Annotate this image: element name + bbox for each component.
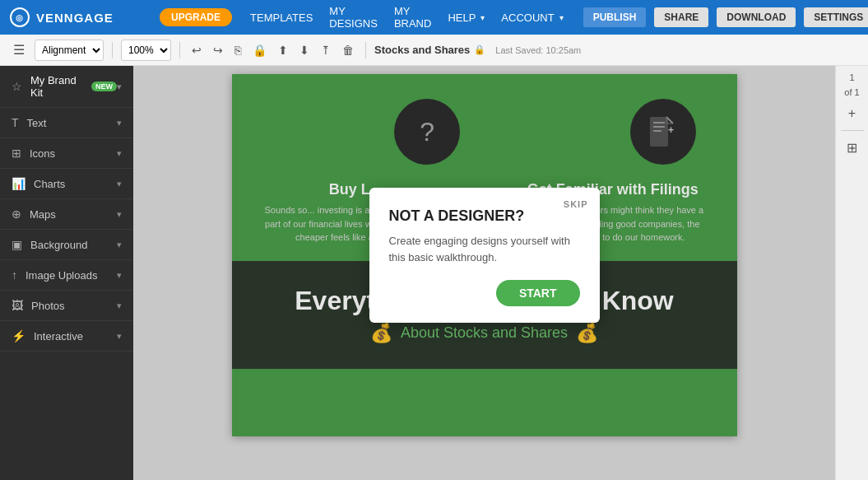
sidebar-label-image-uploads: Image Uploads [26, 269, 97, 282]
page-number: 1 [849, 72, 854, 82]
sidebar-item-background[interactable]: ▣ Background ▾ [0, 230, 133, 260]
my-designs-link[interactable]: MY DESIGNS [329, 5, 378, 30]
settings-button[interactable]: SETTINGS [804, 7, 868, 27]
zoom-select[interactable]: 100% [121, 40, 171, 61]
document-title: Stocks and Shares 🔒 [374, 44, 485, 56]
icons-arrow: ▾ [117, 148, 122, 159]
image-uploads-arrow: ▾ [117, 270, 122, 281]
download-button[interactable]: DOWNLOAD [717, 7, 796, 27]
background-icon: ▣ [12, 238, 22, 251]
sidebar-label-interactive: Interactive [34, 330, 83, 343]
add-page-button[interactable]: + [841, 102, 864, 125]
modal-title: NOT A DESIGNER? [389, 207, 580, 225]
right-panel: 1 of 1 + ⊞ [835, 66, 868, 480]
sidebar-label-photos: Photos [31, 300, 64, 312]
canvas-area[interactable]: ? + Buy [133, 66, 835, 480]
walkthrough-modal: SKIP NOT A DESIGNER? Create engaging des… [369, 188, 600, 323]
sidebar-item-text[interactable]: T Text ▾ [0, 108, 133, 138]
sidebar-label-background: Background [30, 239, 87, 251]
icons-icon: ⊞ [12, 147, 21, 160]
top-navigation: ◎ VENNGAGE UPGRADE TEMPLATES MY DESIGNS … [0, 0, 868, 35]
sidebar-item-my-brand-kit[interactable]: ☆ My Brand Kit NEW ▾ [0, 66, 133, 108]
page-total: of 1 [844, 87, 859, 97]
modal-text: Create engaging designs yourself with th… [389, 233, 580, 265]
photos-arrow: ▾ [117, 301, 122, 311]
brand-kit-arrow: ▾ [117, 82, 122, 92]
logo: ◎ VENNGAGE [10, 7, 142, 27]
text-icon: T [12, 116, 19, 129]
arrange-up-button[interactable]: ⬆ [275, 42, 291, 58]
canvas-document: ? + Buy [232, 74, 737, 436]
arrange-top-button[interactable]: ⤒ [318, 42, 334, 58]
toolbar-divider-1 [112, 42, 113, 58]
modal-overlay: SKIP NOT A DESIGNER? Create engaging des… [232, 74, 737, 436]
sidebar-label-icons: Icons [30, 147, 55, 160]
help-link[interactable]: HELP [448, 12, 485, 24]
grid-icon: ⊞ [847, 140, 857, 156]
menu-toggle-button[interactable]: ☰ [8, 40, 30, 59]
sidebar-item-interactive[interactable]: ⚡ Interactive ▾ [0, 321, 133, 352]
photos-icon: 🖼 [12, 299, 23, 312]
logo-icon: ◎ [10, 7, 30, 27]
publish-button[interactable]: PUBLISH [583, 7, 647, 27]
last-saved-text: Last Saved: 10:25am [495, 45, 581, 55]
toolbar-divider-2 [179, 42, 180, 58]
redo-button[interactable]: ↪ [210, 42, 226, 58]
interactive-arrow: ▾ [117, 331, 122, 342]
maps-arrow: ▾ [117, 209, 122, 220]
modal-start-button[interactable]: START [496, 280, 580, 306]
sidebar-item-image-uploads[interactable]: ↑ Image Uploads ▾ [0, 260, 133, 291]
charts-arrow: ▾ [117, 179, 122, 189]
right-panel-divider [841, 130, 864, 131]
lock-button[interactable]: 🔒 [249, 42, 270, 58]
copy-button[interactable]: ⎘ [231, 42, 244, 58]
grid-view-button[interactable]: ⊞ [841, 136, 864, 159]
nav-actions: PUBLISH SHARE DOWNLOAD SETTINGS [583, 7, 868, 27]
sidebar: ☆ My Brand Kit NEW ▾ T Text ▾ ⊞ Icons ▾ … [0, 66, 133, 480]
sidebar-item-icons[interactable]: ⊞ Icons ▾ [0, 138, 133, 169]
modal-skip-button[interactable]: SKIP [564, 199, 588, 209]
sidebar-item-charts[interactable]: 📊 Charts ▾ [0, 169, 133, 199]
brand-kit-badge: NEW [91, 82, 117, 91]
sidebar-label-charts: Charts [34, 178, 65, 190]
sidebar-label-maps: Maps [30, 208, 56, 221]
sidebar-item-maps[interactable]: ⊕ Maps ▾ [0, 199, 133, 230]
upgrade-button[interactable]: UPGRADE [160, 8, 232, 26]
app-name: VENNGAGE [36, 11, 114, 25]
charts-icon: 📊 [12, 177, 26, 190]
nav-links: TEMPLATES MY DESIGNS MY BRAND HELP ACCOU… [250, 5, 564, 30]
main-area: ☆ My Brand Kit NEW ▾ T Text ▾ ⊞ Icons ▾ … [0, 66, 868, 480]
background-arrow: ▾ [117, 240, 122, 250]
undo-button[interactable]: ↩ [188, 42, 205, 58]
title-lock-icon: 🔒 [474, 44, 485, 55]
sidebar-label-text: Text [27, 117, 47, 129]
toolbar-divider-3 [365, 42, 366, 58]
sidebar-label-my-brand-kit: My Brand Kit [30, 74, 83, 99]
account-link[interactable]: ACCOUNT [501, 12, 563, 24]
text-arrow: ▾ [117, 118, 122, 128]
delete-button[interactable]: 🗑 [339, 42, 357, 58]
alignment-select[interactable]: Alignment [35, 40, 104, 61]
sidebar-item-photos[interactable]: 🖼 Photos ▾ [0, 291, 133, 321]
brand-kit-icon: ☆ [12, 80, 22, 93]
arrange-down-button[interactable]: ⬇ [296, 42, 313, 58]
templates-link[interactable]: TEMPLATES [250, 12, 313, 24]
my-brand-link[interactable]: MY BRAND [394, 5, 432, 30]
maps-icon: ⊕ [12, 207, 21, 221]
interactive-icon: ⚡ [12, 329, 26, 343]
image-uploads-icon: ↑ [12, 268, 17, 282]
editor-toolbar: ☰ Alignment 100% ↩ ↪ ⎘ 🔒 ⬆ ⬇ ⤒ 🗑 Stocks … [0, 35, 868, 66]
share-button[interactable]: SHARE [654, 7, 708, 27]
